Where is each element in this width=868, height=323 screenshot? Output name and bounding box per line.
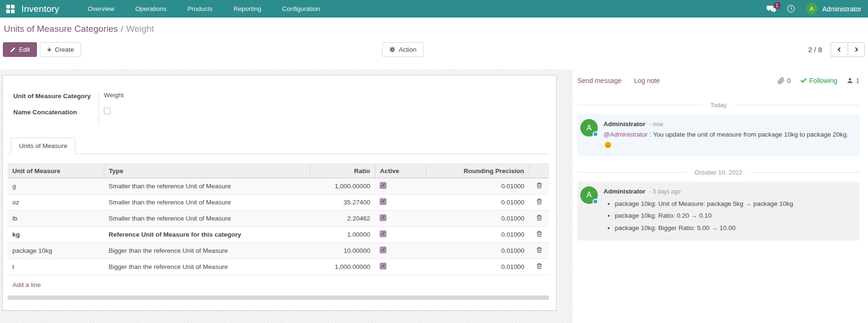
chatter-topbar: Send message Log note 0 Following 1 [577, 73, 859, 88]
category-field-label: Unit of Measure Category [13, 92, 99, 108]
content: Unit of Measure Category Weight Name Con… [0, 69, 868, 323]
notebook-tabs: Units of Measure [8, 138, 549, 154]
check-icon [800, 77, 807, 84]
followers-button[interactable]: 1 [847, 77, 859, 84]
online-status-dot [593, 199, 598, 204]
column-header-active[interactable]: Active [375, 164, 426, 178]
active-checkbox[interactable] [380, 231, 386, 237]
pager: 2 / 8 [808, 42, 865, 57]
online-status-dot [593, 131, 598, 137]
message-author[interactable]: Administrator [603, 119, 646, 129]
tab-units-of-measure[interactable]: Units of Measure [11, 138, 75, 154]
chevron-left-icon [837, 46, 842, 53]
nav-item-configuration[interactable]: Configuration [282, 5, 320, 12]
uom-row-kg[interactable]: kg Reference Unit of Measure for this ca… [8, 226, 549, 242]
mention-link[interactable]: @Administrator [603, 131, 648, 138]
followers-count: 1 [856, 77, 859, 84]
attachments-count: 0 [787, 77, 791, 84]
send-message-button[interactable]: Send message [577, 77, 621, 84]
delete-row-icon[interactable] [536, 214, 542, 221]
avatar: A [580, 186, 598, 204]
chatter-panel: Send message Log note 0 Following 1 [573, 69, 868, 323]
column-header-type[interactable]: Type [104, 164, 310, 178]
message-timestamp: - 3 days ago [649, 187, 681, 197]
action-button[interactable]: Action [382, 42, 424, 57]
smiling-face-emoji-icon [604, 141, 612, 148]
delete-row-icon[interactable] [536, 263, 542, 269]
top-nav: Overview Operations Products Reporting C… [88, 5, 320, 12]
breadcrumb-current: Weight [126, 24, 154, 34]
column-header-rounding-precision[interactable]: Rounding Precision [426, 164, 529, 178]
person-icon [847, 77, 853, 84]
control-panel: Units of Measure Categories/Weight Edit … [0, 18, 868, 69]
uom-row-package-10kg[interactable]: package 10kg Bigger than the reference U… [8, 242, 549, 258]
topbar-right: 1 A Administrator [767, 3, 868, 15]
plus-icon: + [47, 46, 51, 54]
uom-row-t[interactable]: t Bigger than the reference Unit of Meas… [8, 258, 549, 275]
message-item: A Administrator - 3 days ago package 10k… [577, 182, 859, 240]
uom-table: Unit of Measure Type Ratio Active Roundi… [8, 164, 549, 275]
delete-row-icon[interactable] [536, 182, 542, 189]
tracking-changes-list: package 10kg: Unit of Measure: package 5… [615, 199, 793, 233]
uom-row-lb[interactable]: lb Smaller than the reference Unit of Me… [8, 210, 549, 226]
topbar: Inventory Overview Operations Products R… [0, 0, 868, 18]
breadcrumb: Units of Measure Categories/Weight [0, 18, 868, 34]
form-sheet: Unit of Measure Category Weight Name Con… [2, 75, 557, 311]
uom-row-g[interactable]: g Smaller than the reference Unit of Mea… [8, 178, 549, 194]
pencil-icon [10, 47, 16, 53]
active-checkbox[interactable] [380, 263, 386, 269]
pager-next-button[interactable] [848, 42, 865, 57]
tracking-change: package 10kg: Unit of Measure: package 5… [615, 199, 793, 209]
form-fields: Unit of Measure Category Weight Name Con… [13, 92, 317, 124]
gear-icon [389, 46, 395, 53]
breadcrumb-parent[interactable]: Units of Measure Categories [4, 24, 118, 34]
nav-item-operations[interactable]: Operations [135, 5, 166, 12]
pager-previous-button[interactable] [831, 42, 848, 57]
active-checkbox[interactable] [380, 182, 386, 189]
avatar: A [580, 119, 598, 137]
horizontal-scrollbar[interactable] [8, 295, 549, 300]
messages-badge: 1 [774, 2, 781, 9]
user-menu[interactable]: Administrator [822, 5, 861, 13]
create-button[interactable]: + Create [40, 42, 81, 57]
message-author[interactable]: Administrator [603, 186, 646, 197]
nav-item-reporting[interactable]: Reporting [234, 5, 262, 12]
log-note-button[interactable]: Log note [634, 77, 660, 84]
user-avatar[interactable]: A [806, 3, 818, 15]
screen: Inventory Overview Operations Products R… [0, 0, 868, 323]
date-divider-today: Today [577, 102, 859, 109]
delete-row-icon[interactable] [536, 247, 542, 253]
category-field-value: Weight [99, 92, 317, 108]
messages-icon[interactable]: 1 [767, 5, 776, 13]
delete-row-icon[interactable] [536, 198, 542, 205]
active-checkbox[interactable] [380, 247, 386, 253]
message-item: A Administrator - now @Administrator : Y… [577, 114, 859, 157]
add-a-line-link[interactable]: Add a line [12, 281, 41, 288]
form-buttons: Edit + Create [3, 42, 81, 57]
message-text: @Administrator : You update the unit of … [603, 129, 855, 151]
apps-menu-icon[interactable] [6, 5, 15, 13]
message-timestamp: - now [649, 120, 663, 129]
column-header-actions [529, 164, 549, 178]
activities-clock-icon[interactable] [786, 4, 795, 13]
chevron-right-icon [854, 46, 859, 53]
uom-table-header-row: Unit of Measure Type Ratio Active Roundi… [8, 164, 549, 178]
edit-button[interactable]: Edit [3, 42, 37, 57]
following-button[interactable]: Following [800, 77, 837, 84]
active-checkbox[interactable] [380, 214, 386, 221]
tracking-change: package 10kg: Ratio: 0.20 → 0.10 [615, 211, 793, 221]
column-header-ratio[interactable]: Ratio [310, 164, 375, 178]
paperclip-icon [777, 77, 785, 84]
app-name[interactable]: Inventory [21, 4, 59, 14]
delete-row-icon[interactable] [536, 231, 542, 237]
nav-item-products[interactable]: Products [187, 5, 212, 12]
column-header-unit-of-measure[interactable]: Unit of Measure [8, 164, 104, 178]
active-checkbox[interactable] [380, 198, 386, 205]
form-area: Unit of Measure Category Weight Name Con… [0, 69, 573, 323]
name-concatenation-label: Name Concatenation [13, 108, 99, 124]
date-divider-october: October 10, 2022 [577, 169, 859, 176]
uom-row-oz[interactable]: oz Smaller than the reference Unit of Me… [8, 194, 549, 210]
attachments-button[interactable]: 0 [777, 77, 791, 84]
name-concatenation-checkbox[interactable] [104, 108, 110, 114]
nav-item-overview[interactable]: Overview [88, 5, 114, 12]
